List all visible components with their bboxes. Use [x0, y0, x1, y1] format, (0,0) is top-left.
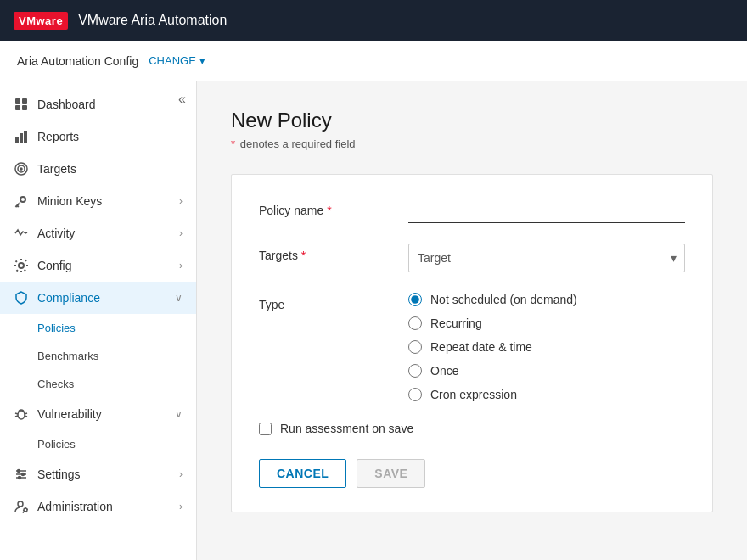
radio-cron[interactable]: Cron expression [408, 388, 685, 401]
page-title: New Policy [231, 109, 713, 132]
sidebar-item-dashboard[interactable]: Dashboard [0, 88, 196, 120]
required-star: * [231, 137, 235, 150]
required-star: * [327, 204, 331, 217]
sidebar-item-administration[interactable]: Administration › [0, 490, 196, 523]
svg-point-9 [20, 168, 22, 170]
radio-repeat-date[interactable]: Repeat date & time [408, 340, 685, 354]
targets-select-wrapper: Target [408, 244, 685, 272]
svg-rect-3 [22, 105, 27, 110]
sidebar-item-targets[interactable]: Targets [0, 153, 196, 185]
policy-name-field-wrapper [408, 199, 685, 223]
radio-once-input[interactable] [408, 364, 422, 378]
save-button: SAVE [357, 459, 425, 488]
radio-recurring-input[interactable] [408, 316, 422, 330]
vmware-logo: VMware [14, 12, 68, 30]
sub-nav-benchmarks[interactable]: Benchmarks [0, 342, 196, 370]
target-icon [14, 161, 29, 176]
sidebar-item-reports[interactable]: Reports [0, 120, 196, 153]
svg-rect-2 [15, 105, 20, 110]
svg-rect-5 [20, 133, 23, 143]
chevron-down-icon: ∨ [175, 408, 183, 420]
sidebar-item-label: Vulnerability [37, 407, 166, 421]
radio-once[interactable]: Once [408, 364, 685, 378]
targets-label: Targets * [259, 244, 395, 262]
sliders-icon [14, 467, 29, 482]
radio-not-scheduled-input[interactable] [408, 293, 422, 306]
app-name: VMware Aria Automation [78, 13, 227, 28]
sidebar-item-settings[interactable]: Settings › [0, 458, 196, 490]
settings-icon [14, 258, 29, 273]
sidebar-item-activity[interactable]: Activity › [0, 217, 196, 249]
svg-point-16 [18, 470, 20, 473]
svg-rect-4 [15, 137, 19, 143]
sidebar-item-label: Settings [37, 468, 171, 481]
chevron-down-icon: ∨ [175, 292, 183, 304]
policy-name-label: Policy name * [259, 199, 395, 217]
sidebar-item-vulnerability[interactable]: Vulnerability ∨ [0, 398, 196, 430]
svg-point-21 [18, 501, 23, 507]
svg-point-20 [19, 477, 21, 479]
chevron-right-icon: › [179, 260, 183, 272]
sidebar-section-compliance: Compliance ∨ Policies Benchmarks Checks [0, 282, 196, 398]
sub-nav-checks[interactable]: Checks [0, 370, 196, 398]
chevron-right-icon: › [179, 195, 183, 207]
chevron-right-icon: › [179, 501, 183, 512]
sidebar-item-label: Minion Keys [37, 194, 171, 208]
svg-line-14 [25, 416, 27, 417]
svg-rect-6 [24, 131, 27, 143]
sidebar-item-label: Dashboard [37, 98, 183, 111]
required-star: * [301, 249, 306, 262]
bar-chart-icon [14, 129, 29, 144]
svg-rect-0 [15, 98, 20, 104]
svg-rect-1 [22, 98, 27, 104]
top-header: VMware VMware Aria Automation [0, 0, 747, 41]
sub-nav-vuln-policies[interactable]: Policies [0, 430, 196, 458]
svg-line-11 [15, 413, 18, 414]
radio-repeat-date-input[interactable] [408, 340, 422, 354]
sidebar: « Dashboard Reports [0, 81, 197, 560]
sidebar-item-label: Reports [37, 130, 183, 143]
activity-icon [14, 226, 29, 241]
content-area: New Policy * * denotes a required field … [197, 81, 747, 560]
type-label: Type [259, 293, 395, 311]
sidebar-item-label: Administration [37, 500, 171, 513]
sub-nav-policies[interactable]: Policies [0, 314, 196, 342]
sidebar-item-label: Compliance [37, 291, 166, 305]
radio-not-scheduled[interactable]: Not scheduled (on demand) [408, 293, 685, 306]
run-assessment-checkbox[interactable] [259, 423, 272, 435]
sub-header-title: Aria Automation Config [17, 54, 138, 68]
chevron-down-icon: ▾ [199, 54, 205, 67]
sidebar-item-config[interactable]: Config › [0, 249, 196, 282]
sidebar-item-label: Activity [37, 227, 171, 240]
user-gear-icon [14, 499, 29, 514]
radio-recurring[interactable]: Recurring [408, 316, 685, 330]
sidebar-collapse-button[interactable]: « [175, 88, 189, 110]
chevron-right-icon: › [179, 468, 183, 480]
svg-line-13 [25, 413, 27, 414]
radio-cron-input[interactable] [408, 388, 422, 401]
chevron-right-icon: › [179, 227, 183, 239]
svg-line-12 [15, 416, 18, 417]
sidebar-item-compliance[interactable]: Compliance ∨ [0, 282, 196, 314]
policy-name-input[interactable] [408, 199, 685, 223]
sub-header: Aria Automation Config CHANGE ▾ [0, 41, 747, 81]
required-note: * * denotes a required field denotes a r… [231, 137, 713, 150]
shield-icon [14, 290, 29, 305]
form-actions: CANCEL SAVE [259, 459, 685, 488]
targets-select[interactable]: Target [408, 244, 685, 272]
key-icon [14, 193, 29, 209]
change-button[interactable]: CHANGE ▾ [149, 54, 205, 67]
sidebar-section-vulnerability: Vulnerability ∨ Policies [0, 398, 196, 458]
sidebar-item-label: Targets [37, 162, 183, 176]
type-options: Not scheduled (on demand) Recurring Repe… [408, 293, 685, 401]
cancel-button[interactable]: CANCEL [259, 459, 346, 488]
run-assessment-label[interactable]: Run assessment on save [280, 422, 413, 435]
sidebar-item-label: Config [37, 259, 171, 272]
grid-icon [14, 97, 29, 112]
sidebar-item-minion-keys[interactable]: Minion Keys › [0, 185, 196, 217]
svg-point-18 [22, 473, 25, 476]
bug-icon [14, 406, 29, 422]
